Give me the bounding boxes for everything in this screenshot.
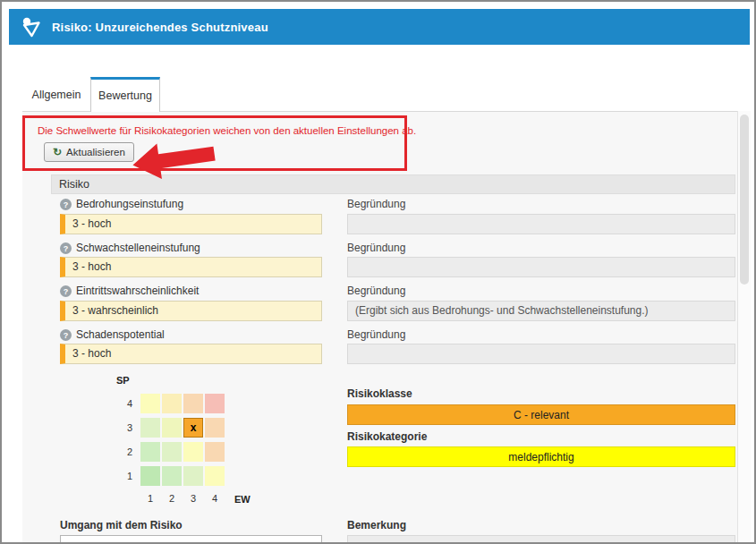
field-value-schwachstelleneinstufung[interactable]: 3 - hoch [60,257,322,277]
matrix-cell[interactable] [162,418,182,438]
help-icon[interactable]: ? [60,199,72,210]
matrix-col-label: 1 [140,493,160,504]
risk-class-bar: C - relevant [347,404,735,425]
app-logo-icon [20,15,43,38]
tab-allgemein[interactable]: Allgemein [24,79,89,111]
matrix-cell[interactable] [205,418,225,438]
matrix-cell[interactable] [205,466,225,486]
matrix-row-label: 3 [115,418,132,438]
reason-input-1[interactable] [347,214,735,234]
matrix-cell[interactable] [205,442,225,462]
matrix-x-axis-label: EW [234,494,251,505]
matrix-cell[interactable] [140,466,160,486]
scrollbar-thumb[interactable] [740,115,749,285]
section-header-risiko: Risiko [51,174,735,194]
window-titlebar: Risiko: Unzureichendes Schutzniveau [9,9,750,45]
field-label-eintrittswahrscheinlichkeit: Eintrittswahrscheinlichkeit [76,285,199,297]
aktualisieren-button-label: Aktualisieren [66,147,125,157]
field-label-schwachstelleneinstufung: Schwachstelleneinstufung [76,242,200,254]
matrix-col-label: 4 [205,493,225,504]
matrix-y-axis-label: SP [116,375,130,386]
field-label-schadenspotential: Schadenspotential [76,329,165,341]
matrix-row-label: 4 [115,394,132,413]
risk-class-label: Risikoklasse [347,388,412,400]
field-label-bedrohungseinstufung: Bedrohungseinstufung [76,199,183,210]
help-icon[interactable]: ? [60,285,72,297]
tab-bewertung[interactable]: Bewertung [90,77,160,112]
matrix-cell-selected[interactable]: x [183,418,203,438]
matrix-cell[interactable] [140,442,160,462]
field-value-schadenspotential[interactable]: 3 - hoch [60,344,322,364]
refresh-icon: ↻ [53,146,62,158]
field-value-eintrittswahrscheinlichkeit[interactable]: 3 - wahrscheinlich [60,301,322,321]
remark-input[interactable] [347,535,735,544]
risk-matrix-grid: x [140,394,225,486]
vertical-scrollbar[interactable] [737,111,751,542]
reason-input-3[interactable]: (Ergibt sich aus Bedrohungs- und Schwach… [347,301,735,321]
help-icon[interactable]: ? [60,329,72,341]
reason-input-4[interactable] [347,344,735,364]
matrix-row-label: 1 [115,466,132,486]
reason-label-1: Begründung [347,199,405,210]
matrix-cell[interactable] [140,418,160,438]
help-icon[interactable]: ? [60,242,72,254]
reason-input-2[interactable] [347,257,735,277]
matrix-row-label: 2 [115,442,132,462]
matrix-col-label: 3 [183,493,203,504]
risk-category-bar: meldepflichtig [347,446,735,467]
remark-label: Bemerkung [347,520,406,531]
aktualisieren-button[interactable]: ↻ Aktualisieren [44,142,134,162]
tab-content-panel: Die Schwellwerte für Risikokategorien we… [22,111,737,542]
app-window: Risiko: Unzureichendes Schutzniveau Allg… [0,0,756,544]
matrix-cell[interactable] [183,394,203,413]
risk-treatment-select[interactable] [60,535,322,544]
risk-category-label: Risikokategorie [347,431,427,443]
reason-label-2: Begründung [347,242,405,254]
matrix-cell[interactable] [162,394,182,413]
matrix-cell[interactable] [162,466,182,486]
matrix-cell[interactable] [183,466,203,486]
threshold-warning-text: Die Schwellwerte für Risikokategorien we… [38,125,416,136]
risk-treatment-label: Umgang mit dem Risiko [60,520,183,531]
matrix-cell[interactable] [140,394,160,413]
reason-label-4: Begründung [347,329,405,341]
matrix-col-label: 2 [162,493,182,504]
field-value-bedrohungseinstufung[interactable]: 3 - hoch [60,214,322,234]
matrix-cell[interactable] [183,442,203,462]
matrix-cell[interactable] [205,394,225,413]
matrix-cell[interactable] [162,442,182,462]
reason-label-3: Begründung [347,285,405,297]
window-title: Risiko: Unzureichendes Schutzniveau [52,21,268,34]
